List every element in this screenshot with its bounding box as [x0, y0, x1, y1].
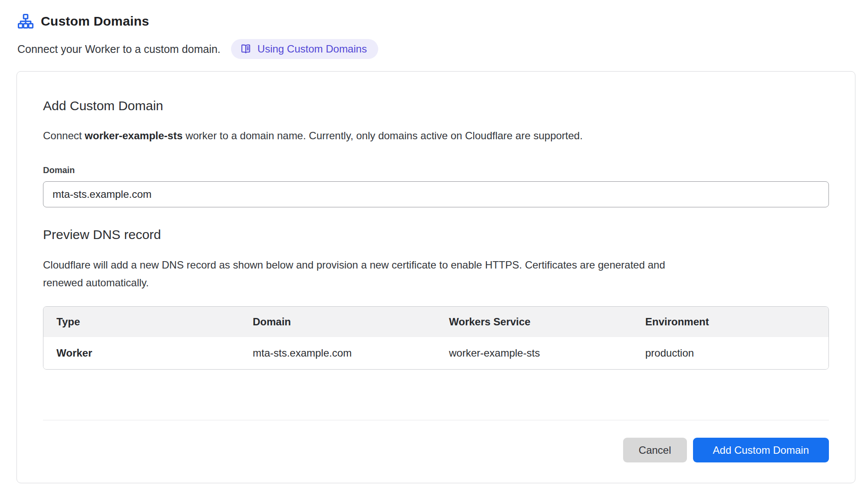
page-title: Custom Domains — [41, 14, 149, 29]
subtitle-row: Connect your Worker to a custom domain. … — [17, 39, 868, 59]
intro-text: Connect worker-example-sts worker to a d… — [43, 130, 829, 142]
add-custom-domain-button[interactable]: Add Custom Domain — [693, 438, 829, 462]
column-header-environment: Environment — [632, 307, 828, 337]
domain-field-label: Domain — [43, 165, 829, 175]
cell-workers-service: worker-example-sts — [436, 337, 632, 369]
actions-row: Cancel Add Custom Domain — [43, 438, 829, 462]
preview-dns-heading: Preview DNS record — [43, 227, 829, 242]
intro-prefix: Connect — [43, 130, 85, 141]
cancel-button[interactable]: Cancel — [623, 438, 687, 462]
column-header-type: Type — [43, 307, 240, 337]
docs-link-using-custom-domains[interactable]: Using Custom Domains — [231, 39, 378, 59]
add-custom-domain-card: Add Custom Domain Connect worker-example… — [17, 71, 855, 483]
open-book-icon — [240, 43, 252, 55]
worker-name: worker-example-sts — [85, 130, 182, 141]
footer-divider — [43, 420, 829, 420]
preview-dns-description: Cloudflare will add a new DNS record as … — [43, 256, 677, 292]
cell-domain: mta-sts.example.com — [240, 337, 436, 369]
sitemap-icon — [17, 13, 34, 29]
card-heading: Add Custom Domain — [43, 98, 829, 113]
cell-environment: production — [632, 337, 828, 369]
title-row: Custom Domains — [17, 13, 868, 29]
docs-link-label: Using Custom Domains — [257, 43, 367, 55]
page-subtitle: Connect your Worker to a custom domain. — [17, 43, 221, 56]
cell-type: Worker — [43, 337, 240, 369]
table-row: Worker mta-sts.example.com worker-exampl… — [43, 337, 828, 369]
page-header: Custom Domains Connect your Worker to a … — [0, 0, 868, 59]
column-header-domain: Domain — [240, 307, 436, 337]
dns-preview-table: Type Domain Workers Service Environment … — [43, 306, 829, 370]
intro-suffix: worker to a domain name. Currently, only… — [183, 130, 583, 141]
table-header-row: Type Domain Workers Service Environment — [43, 307, 828, 337]
column-header-workers-service: Workers Service — [436, 307, 632, 337]
domain-input[interactable] — [43, 181, 829, 207]
